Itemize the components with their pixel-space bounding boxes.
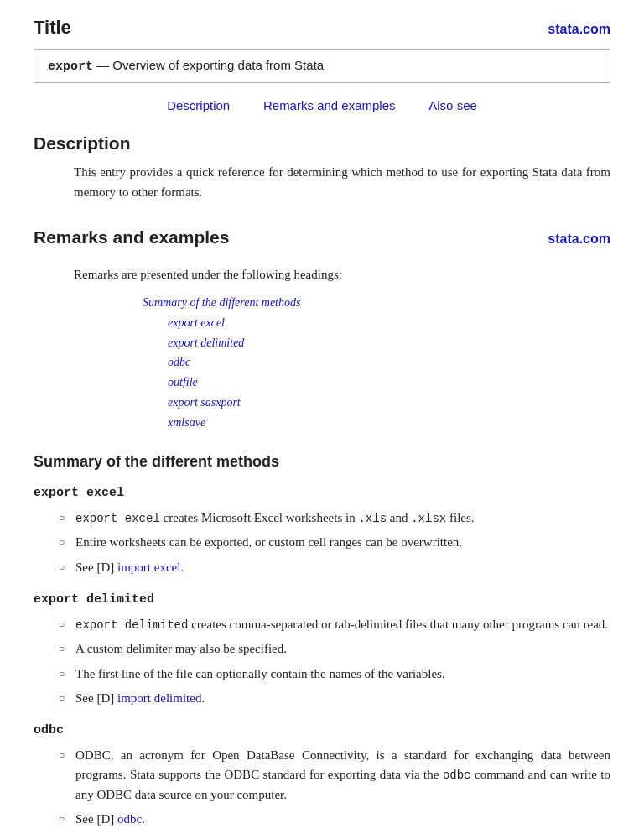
- description-section: Description This entry provides a quick …: [34, 133, 610, 202]
- export-delimited-list: export delimited creates comma-separated…: [59, 615, 610, 708]
- see-text-3: See [D]: [75, 812, 117, 826]
- delimited-text-3: The first line of the file can optionall…: [75, 667, 445, 680]
- odbc-link[interactable]: odbc: [117, 812, 142, 826]
- odbc-bullet-1: ODBC, an acronym for Open DataBase Conne…: [59, 746, 610, 805]
- export-delimited-bullet-4: See [D] import delimited.: [59, 689, 610, 708]
- see-text-2: See [D]: [75, 691, 117, 705]
- period-2: .: [201, 691, 205, 705]
- toc-item-odbc[interactable]: odbc: [168, 352, 610, 373]
- nav-also-see[interactable]: Also see: [428, 98, 477, 112]
- stata-remarks-link[interactable]: stata.com: [548, 232, 610, 247]
- period-1: .: [180, 560, 184, 574]
- page-title: Title: [34, 17, 71, 39]
- see-text-1: See [D]: [75, 560, 117, 574]
- export-excel-cmd: export excel: [34, 486, 610, 500]
- delimited-text-2: A custom delimiter may also be specified…: [75, 642, 287, 655]
- odbc-list: ODBC, an acronym for Open DataBase Conne…: [59, 746, 610, 829]
- toc-item-export-delimited[interactable]: export delimited: [168, 333, 610, 353]
- page-header: Title stata.com: [34, 17, 610, 39]
- stata-header-link[interactable]: stata.com: [548, 22, 610, 37]
- code-odbc: odbc: [443, 769, 471, 782]
- odbc-subsection: odbc ODBC, an acronym for Open DataBase …: [34, 723, 610, 829]
- code-xlsx: .xlsx: [411, 512, 446, 525]
- toc-list: Summary of the different methods export …: [143, 293, 610, 433]
- title-desc: Overview of exporting data from Stata: [112, 58, 324, 72]
- nav-remarks[interactable]: Remarks and examples: [263, 98, 396, 112]
- code-xls: .xls: [358, 512, 387, 525]
- export-excel-bullet-2: Entire worksheets can be exported, or cu…: [59, 533, 610, 552]
- export-excel-bullet-1: export excel creates Microsoft Excel wor…: [59, 508, 610, 529]
- title-box: export — Overview of exporting data from…: [34, 49, 610, 83]
- toc-item-summary[interactable]: Summary of the different methods: [143, 293, 610, 313]
- nav-description[interactable]: Description: [167, 98, 230, 112]
- remarks-section: Remarks and examples stata.com Remarks a…: [34, 221, 610, 433]
- odbc-bullet-2: See [D] odbc.: [59, 810, 610, 829]
- export-excel-subsection: export excel export excel creates Micros…: [34, 486, 610, 577]
- code-export-delimited: export delimited: [75, 618, 188, 632]
- import-delimited-link[interactable]: import delimited: [117, 691, 201, 705]
- export-delimited-cmd: export delimited: [34, 592, 610, 607]
- period-3: .: [142, 812, 145, 826]
- summary-section: Summary of the different methods export …: [34, 453, 610, 830]
- description-heading: Description: [34, 133, 610, 154]
- title-cmd: export: [48, 60, 93, 74]
- text-1: creates Microsoft Excel worksheets in: [164, 511, 359, 524]
- remarks-intro: Remarks are presented under the followin…: [74, 264, 610, 284]
- description-text: This entry provides a quick reference fo…: [74, 162, 610, 202]
- export-excel-bullet-3: See [D] import excel.: [59, 558, 610, 577]
- export-delimited-subsection: export delimited export delimited create…: [34, 592, 610, 708]
- toc-item-sasxport[interactable]: export sasxport: [168, 393, 610, 413]
- export-excel-list: export excel creates Microsoft Excel wor…: [59, 508, 610, 577]
- delimited-text-1: creates comma-separated or tab-delimited…: [191, 618, 608, 631]
- remarks-heading: Remarks and examples: [34, 227, 229, 248]
- toc-item-export-excel[interactable]: export excel: [168, 313, 610, 333]
- title-separator: —: [96, 58, 112, 72]
- bullet2-text: Entire worksheets can be exported, or cu…: [75, 535, 462, 549]
- nav-links: Description Remarks and examples Also se…: [34, 98, 610, 113]
- export-delimited-bullet-1: export delimited creates comma-separated…: [59, 615, 610, 635]
- export-delimited-bullet-3: The first line of the file can optionall…: [59, 665, 610, 684]
- import-excel-link[interactable]: import excel: [117, 560, 180, 574]
- toc-item-outfile[interactable]: outfile: [168, 373, 610, 393]
- text-2: and: [390, 511, 411, 524]
- remarks-header-row: Remarks and examples stata.com: [34, 221, 610, 256]
- toc-item-xmlsave[interactable]: xmlsave: [168, 413, 610, 433]
- code-export-excel: export excel: [75, 512, 160, 525]
- export-delimited-bullet-2: A custom delimiter may also be specified…: [59, 639, 610, 659]
- odbc-cmd: odbc: [34, 723, 610, 738]
- summary-heading: Summary of the different methods: [34, 453, 610, 471]
- text-3: files.: [449, 511, 475, 524]
